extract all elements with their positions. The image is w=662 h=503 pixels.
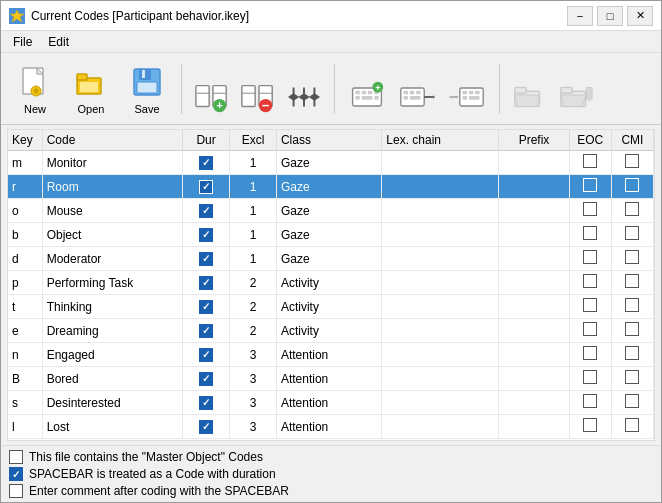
dur-checkbox[interactable] [199,300,213,314]
eoc-checkbox[interactable] [583,154,597,168]
menu-edit[interactable]: Edit [40,33,77,51]
cell-eoc[interactable] [569,367,611,391]
dur-checkbox[interactable] [199,228,213,242]
eoc-checkbox[interactable] [583,394,597,408]
table-row[interactable]: p Performing Task 2 Activity [8,271,654,295]
cell-eoc[interactable] [569,415,611,439]
cell-dur[interactable] [183,319,230,343]
cmi-checkbox[interactable] [625,346,639,360]
cell-dur[interactable] [183,199,230,223]
table-row[interactable]: e Dreaming 2 Activity [8,319,654,343]
save-button[interactable]: Save [121,60,173,120]
cmi-checkbox[interactable] [625,298,639,312]
cmi-checkbox[interactable] [625,370,639,384]
option-enter-comment-checkbox[interactable] [9,484,23,498]
cell-dur[interactable] [183,151,230,175]
cell-cmi[interactable] [611,271,653,295]
cmi-checkbox[interactable] [625,226,639,240]
option-spacebar-code-checkbox[interactable] [9,467,23,481]
dur-checkbox[interactable] [199,276,213,290]
cmi-checkbox[interactable] [625,418,639,432]
cell-cmi[interactable] [611,151,653,175]
cell-dur[interactable] [183,175,230,199]
table-row[interactable]: b Object 1 Gaze [8,223,654,247]
add-col-button[interactable]: + [190,60,234,120]
del-col-button[interactable]: − [236,60,280,120]
cell-eoc[interactable] [569,199,611,223]
cell-cmi[interactable] [611,343,653,367]
cell-cmi[interactable] [611,175,653,199]
cell-dur[interactable] [183,271,230,295]
cell-eoc[interactable] [569,391,611,415]
eoc-checkbox[interactable] [583,226,597,240]
cell-cmi[interactable] [611,247,653,271]
eoc-checkbox[interactable] [583,178,597,192]
dur-checkbox[interactable] [199,372,213,386]
save-folder-button[interactable] [554,60,598,120]
cell-cmi[interactable] [611,199,653,223]
cmi-checkbox[interactable] [625,202,639,216]
cell-eoc[interactable] [569,175,611,199]
table-row[interactable]: s Desinterested 3 Attention [8,391,654,415]
cell-dur[interactable] [183,223,230,247]
table-row[interactable]: t Thinking 2 Activity [8,295,654,319]
eoc-checkbox[interactable] [583,202,597,216]
table-row[interactable]: d Moderator 1 Gaze [8,247,654,271]
cell-cmi[interactable] [611,319,653,343]
dur-checkbox[interactable] [199,180,213,194]
table-row[interactable]: n Engaged 3 Attention [8,343,654,367]
cmi-checkbox[interactable] [625,154,639,168]
table-row[interactable]: l Lost 3 Attention [8,415,654,439]
cell-cmi[interactable] [611,415,653,439]
eoc-checkbox[interactable] [583,298,597,312]
cell-eoc[interactable] [569,295,611,319]
cell-eoc[interactable] [569,319,611,343]
cell-dur[interactable] [183,247,230,271]
cmi-checkbox[interactable] [625,394,639,408]
table-row[interactable]: m Monitor 1 Gaze [8,151,654,175]
cell-dur[interactable] [183,367,230,391]
cmi-checkbox[interactable] [625,322,639,336]
eoc-checkbox[interactable] [583,346,597,360]
table-row[interactable]: o Mouse 1 Gaze [8,199,654,223]
eoc-checkbox[interactable] [583,370,597,384]
arrow-right-button[interactable] [393,60,441,120]
dur-checkbox[interactable] [199,252,213,266]
eoc-checkbox[interactable] [583,322,597,336]
cell-cmi[interactable] [611,391,653,415]
cmi-checkbox[interactable] [625,178,639,192]
eoc-checkbox[interactable] [583,274,597,288]
cell-eoc[interactable] [569,271,611,295]
cell-dur[interactable] [183,343,230,367]
minimize-button[interactable]: − [567,6,593,26]
dur-checkbox[interactable] [199,324,213,338]
cmi-checkbox[interactable] [625,274,639,288]
open-folder-button[interactable] [508,60,552,120]
keyboard-button[interactable]: + [343,60,391,120]
cell-eoc[interactable] [569,151,611,175]
cell-dur[interactable] [183,415,230,439]
cell-cmi[interactable] [611,295,653,319]
cell-cmi[interactable] [611,223,653,247]
cmi-checkbox[interactable] [625,250,639,264]
dur-checkbox[interactable] [199,396,213,410]
cell-eoc[interactable] [569,223,611,247]
cell-dur[interactable] [183,391,230,415]
eoc-checkbox[interactable] [583,250,597,264]
table-row[interactable]: B Bored 3 Attention [8,367,654,391]
cell-dur[interactable] [183,295,230,319]
table-row[interactable]: r Room 1 Gaze [8,175,654,199]
arrow-left-button[interactable] [443,60,491,120]
cell-eoc[interactable] [569,343,611,367]
dur-checkbox[interactable] [199,156,213,170]
maximize-button[interactable]: □ [597,6,623,26]
cell-cmi[interactable] [611,367,653,391]
eoc-checkbox[interactable] [583,418,597,432]
dur-checkbox[interactable] [199,204,213,218]
menu-file[interactable]: File [5,33,40,51]
dur-checkbox[interactable] [199,420,213,434]
open-button[interactable]: Open [65,60,117,120]
cell-eoc[interactable] [569,247,611,271]
option-master-object-checkbox[interactable] [9,450,23,464]
new-button[interactable]: ★ New [9,60,61,120]
